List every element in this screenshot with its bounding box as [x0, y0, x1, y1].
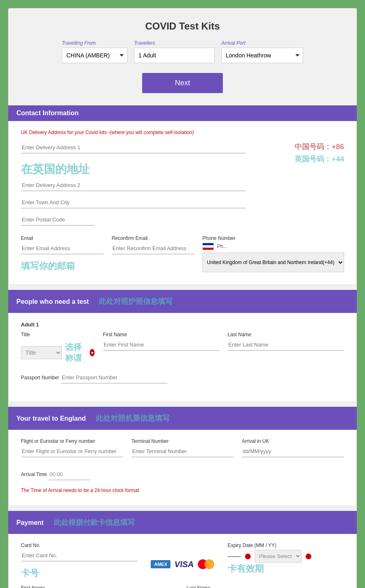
payment-row1: Card No. 卡号 AMEX VISA Expiry Date (MM / …: [21, 542, 344, 579]
title-dropdown-arrow-icon: ▼: [90, 349, 95, 356]
travellers-group: Travellers: [134, 40, 215, 63]
first-name-label: First Name: [103, 332, 220, 337]
phone-label: Phone Number: [202, 235, 344, 241]
people-form-row: Title Title 选择称谓 ▼ First Name Last Name: [21, 332, 344, 366]
amex-logo-icon: AMEX: [151, 560, 170, 568]
flight-input[interactable]: [21, 446, 123, 457]
arrival-time-input[interactable]: [49, 469, 90, 480]
expiry-row: —— Please Select: [228, 550, 345, 563]
arrival-time-group: Arrival Time The Time of Arrival needs t…: [21, 469, 344, 493]
arrival-time-label: Arrival Time: [21, 472, 47, 477]
contact-section-header: Contact Information: [8, 105, 357, 121]
reconfirm-email-group: Reconfirm Email: [112, 235, 195, 272]
address2-input[interactable]: [21, 180, 246, 191]
email-label: Email: [21, 235, 104, 241]
adult-label: Adult 1: [21, 321, 344, 328]
travel-section: Your travel to England 此处对照机票信息填写 Flight…: [8, 407, 357, 506]
title-label: Title: [21, 332, 95, 337]
travel-form-row1: Flight or Eurostar or Ferry number Termi…: [21, 438, 344, 463]
uk-flag-icon: [202, 243, 214, 250]
contact-subtitle: UK Delivery Address for your Covid kits …: [21, 130, 344, 135]
payment-watermark: 此处根据付款卡信息填写: [54, 517, 135, 527]
title-group: Title Title 选择称谓 ▼: [21, 332, 95, 366]
cardholder-last-name-label: Last Name: [187, 585, 345, 588]
arrival-uk-label: Arrival in UK: [242, 438, 344, 444]
town-input[interactable]: [21, 197, 246, 208]
people-section: People who need a test 此处对照护照信息填写 Adult …: [8, 290, 357, 402]
passport-input[interactable]: [61, 372, 168, 383]
passport-group: Passport Number: [21, 372, 344, 389]
people-section-body: Adult 1 Title Title 选择称谓 ▼ First Name: [8, 313, 357, 402]
terminal-group: Terminal Number: [131, 438, 234, 463]
phone-country-select[interactable]: United Kingdom of Great Britain and Nort…: [202, 253, 344, 272]
travel-watermark: 此处对照机票信息填写: [96, 413, 170, 423]
terminal-input[interactable]: [131, 446, 234, 457]
email-watermark: 填写你的邮箱: [21, 260, 104, 272]
cardholder-first-name-label: First Name: [21, 585, 179, 588]
last-name-input[interactable]: [228, 339, 345, 351]
travellers-input[interactable]: [134, 48, 215, 63]
title-select[interactable]: Title: [21, 346, 62, 359]
expiry-watermark: 卡有效期: [228, 563, 345, 575]
arrival-uk-input[interactable]: [242, 446, 344, 457]
card-no-input[interactable]: [21, 550, 138, 561]
terminal-label: Terminal Number: [131, 438, 234, 444]
next-button[interactable]: Next: [142, 73, 223, 93]
title-select-row: Title 选择称谓 ▼: [21, 339, 95, 366]
contact-section: Contact Information UK Delivery Address …: [8, 105, 357, 285]
email-input[interactable]: [21, 243, 104, 254]
last-name-group: Last Name: [228, 332, 345, 366]
payment-section-header: Payment 此处根据付款卡信息填写: [8, 511, 357, 534]
cardholder-first-name-group: First Name 持卡人名字: [21, 585, 179, 588]
flight-label: Flight or Eurostar or Ferry number: [21, 438, 123, 444]
phone-flag-row: Ph...: [202, 243, 344, 250]
card-no-group: Card No. 卡号: [21, 542, 138, 579]
top-section: COVID Test Kits Travelling From CHINA (A…: [8, 8, 357, 105]
expiry-label: Expiry Date (MM / YY): [228, 542, 345, 548]
people-watermark: 此处对照护照信息填写: [99, 296, 172, 306]
phone-group: Phone Number Ph... United Kingdom of Gre…: [202, 235, 344, 272]
flight-group: Flight or Eurostar or Ferry number: [21, 438, 123, 463]
reconfirm-email-input[interactable]: [112, 243, 195, 254]
first-name-group: First Name: [103, 332, 220, 366]
first-name-input[interactable]: [103, 339, 220, 351]
page-title: COVID Test Kits: [25, 21, 340, 32]
mastercard-logo-icon: [198, 559, 214, 569]
postcode-input[interactable]: [21, 214, 95, 226]
arrival-uk-group: Arrival in UK: [242, 438, 344, 463]
payment-row2: First Name 持卡人名字 Last Name 持卡人姓氏: [21, 585, 344, 588]
expiry-group: Expiry Date (MM / YY) —— Please Select 卡…: [228, 542, 345, 579]
phone-uk-watermark: 英国号码：+44: [295, 154, 344, 164]
address1-input[interactable]: [21, 142, 246, 153]
payment-section: Payment 此处根据付款卡信息填写 Card No. 卡号 AMEX VIS…: [8, 511, 357, 588]
expiry-red-dot2-icon: [306, 554, 311, 559]
reconfirm-email-label: Reconfirm Email: [112, 235, 195, 241]
expiry-dash: ——: [228, 553, 241, 560]
address-watermark: 在英国的地址: [21, 162, 90, 177]
payment-section-body: Card No. 卡号 AMEX VISA Expiry Date (MM / …: [8, 534, 357, 588]
travelling-from-select[interactable]: CHINA (AMBER): [62, 48, 127, 63]
arrival-port-select[interactable]: London Heathrow: [221, 48, 303, 63]
passport-label: Passport Number: [21, 375, 59, 381]
filter-row: Travelling From CHINA (AMBER) Travellers…: [25, 40, 340, 63]
expiry-select[interactable]: Please Select: [255, 550, 302, 563]
contact-section-body: UK Delivery Address for your Covid kits …: [8, 121, 357, 285]
people-section-header: People who need a test 此处对照护照信息填写: [8, 290, 357, 313]
travellers-label: Travellers: [134, 40, 155, 46]
card-no-watermark: 卡号: [21, 567, 138, 579]
travelling-from-group: Travelling From CHINA (AMBER): [62, 40, 127, 63]
last-name-label: Last Name: [228, 332, 345, 337]
travel-section-header: Your travel to England 此处对照机票信息填写: [8, 407, 357, 430]
phone-cn-watermark: 中国号码：+86: [254, 142, 344, 152]
cardholder-last-name-group: Last Name 持卡人姓氏: [187, 585, 345, 588]
arrival-time-note: The Time of Arrival needs to be a 24 hou…: [21, 488, 344, 493]
travel-section-body: Flight or Eurostar or Ferry number Termi…: [8, 430, 357, 506]
travelling-from-label: Travelling From: [62, 40, 95, 46]
arrival-port-group: Arrival Port London Heathrow: [221, 40, 303, 63]
expiry-red-dot-icon: [245, 554, 251, 559]
arrival-port-label: Arrival Port: [221, 40, 245, 46]
phone-placeholder: Ph...: [217, 244, 227, 249]
card-logos: AMEX VISA: [146, 542, 220, 579]
email-group: Email 填写你的邮箱: [21, 235, 104, 272]
card-no-label: Card No.: [21, 542, 138, 548]
